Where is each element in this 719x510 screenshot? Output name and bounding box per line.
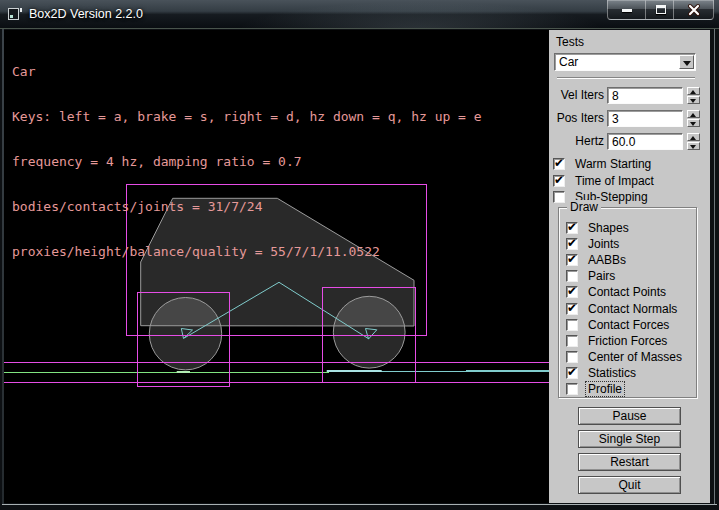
rear-wheel xyxy=(149,298,221,370)
checkbox-label: Pairs xyxy=(586,269,617,283)
checkbox-icon[interactable] xyxy=(566,254,578,266)
debug-hud: Car Keys: left = a, brake = s, right = d… xyxy=(12,34,482,289)
window-border-right xyxy=(714,29,715,505)
tests-dropdown-value: Car xyxy=(559,55,578,70)
checkbox-icon[interactable] xyxy=(566,238,578,250)
checkbox-contact-points[interactable]: Contact Points xyxy=(566,284,694,300)
vel-iters-label: Vel Iters xyxy=(549,88,604,102)
titlebar[interactable]: Box2D Version 2.2.0 xyxy=(0,0,719,29)
arrow-up-icon xyxy=(690,90,696,94)
minimize-icon xyxy=(622,9,632,12)
checkbox-label: Joints xyxy=(586,237,621,251)
checkbox-joints[interactable]: Joints xyxy=(566,236,694,252)
draw-group-title: Draw xyxy=(567,200,601,214)
pause-button[interactable]: Pause xyxy=(578,407,681,425)
vel-iters-value: 8 xyxy=(612,89,619,103)
checkbox-label: Center of Masses xyxy=(586,350,684,364)
vel-iters-field[interactable]: 8 xyxy=(607,87,683,104)
arrow-down-icon xyxy=(690,145,696,149)
hertz-field[interactable]: 60.0 xyxy=(607,133,683,150)
arrow-down-icon xyxy=(690,122,696,126)
spinner-up-button[interactable] xyxy=(687,110,700,118)
hertz-label: Hertz xyxy=(549,134,604,148)
checkbox-icon[interactable] xyxy=(566,367,578,379)
checkbox-icon[interactable] xyxy=(566,303,578,315)
draw-options: Shapes Joints AABBs Pairs Contact Points… xyxy=(566,220,694,397)
vel-iters-spinner xyxy=(687,87,700,104)
spinner-down-button[interactable] xyxy=(687,96,700,104)
checkbox-label: AABBs xyxy=(586,253,628,267)
minimize-button[interactable] xyxy=(607,0,645,20)
checkbox-contact-forces[interactable]: Contact Forces xyxy=(566,317,694,333)
checkbox-shapes[interactable]: Shapes xyxy=(566,220,694,236)
hud-test-name: Car xyxy=(12,64,482,79)
checkbox-contact-normals[interactable]: Contact Normals xyxy=(566,300,694,316)
checkbox-statistics[interactable]: Statistics xyxy=(566,365,694,381)
tests-dropdown-button[interactable] xyxy=(679,55,694,69)
checkbox-icon[interactable] xyxy=(566,286,578,298)
app-icon xyxy=(8,6,24,22)
checkbox-icon[interactable] xyxy=(566,335,578,347)
checkbox-icon[interactable] xyxy=(553,191,565,203)
app-window: Box2D Version 2.2.0 xyxy=(0,0,719,510)
checkbox-icon[interactable] xyxy=(566,270,578,282)
pos-iters-value: 3 xyxy=(612,112,619,126)
pos-iters-label: Pos Iters xyxy=(549,111,604,125)
checkbox-label: Contact Normals xyxy=(586,302,679,316)
checkbox-icon[interactable] xyxy=(553,158,565,170)
spinner-up-button[interactable] xyxy=(687,133,700,141)
checkbox-icon[interactable] xyxy=(566,383,578,395)
window-border-bottom xyxy=(2,504,717,505)
checkbox-time-of-impact[interactable]: Time of Impact xyxy=(553,174,656,188)
maximize-button[interactable] xyxy=(645,0,674,20)
separator xyxy=(557,77,695,79)
checkbox-friction-forces[interactable]: Friction Forces xyxy=(566,333,694,349)
checkbox-label: Warm Starting xyxy=(573,157,653,171)
control-panel: Tests Car Vel Iters 8 Pos Iters 3 Hertz … xyxy=(549,30,710,503)
hud-keys: Keys: left = a, brake = s, right = d, hz… xyxy=(12,109,482,124)
hertz-value: 60.0 xyxy=(612,135,635,149)
quit-button[interactable]: Quit xyxy=(578,476,681,494)
restart-button[interactable]: Restart xyxy=(578,453,681,471)
checkbox-profile[interactable]: Profile xyxy=(566,381,694,397)
checkbox-center-of-masses[interactable]: Center of Masses xyxy=(566,349,694,365)
maximize-icon xyxy=(656,5,666,14)
hud-proxy-stats: proxies/height/balance/quality = 55/7/1/… xyxy=(12,244,482,259)
arrow-down-icon xyxy=(690,99,696,103)
checkbox-label: Statistics xyxy=(586,366,638,380)
spinner-down-button[interactable] xyxy=(687,142,700,150)
checkbox-label: Contact Forces xyxy=(586,318,671,332)
caption-buttons xyxy=(607,0,714,20)
checkbox-icon[interactable] xyxy=(566,351,578,363)
checkbox-label: Friction Forces xyxy=(586,334,669,348)
single-step-button[interactable]: Single Step xyxy=(578,430,681,448)
front-wheel xyxy=(333,296,405,368)
checkbox-aabbs[interactable]: AABBs xyxy=(566,252,694,268)
spinner-up-button[interactable] xyxy=(687,87,700,95)
checkbox-label: Contact Points xyxy=(586,285,668,299)
hud-frequency: frequency = 4 hz, damping ratio = 0.7 xyxy=(12,154,482,169)
close-icon xyxy=(687,3,701,17)
tests-label: Tests xyxy=(556,35,584,49)
hud-body-stats: bodies/contacts/joints = 31/7/24 xyxy=(12,199,482,214)
app-icon-dot xyxy=(10,15,13,18)
window-title: Box2D Version 2.2.0 xyxy=(29,0,143,29)
pos-iters-spinner xyxy=(687,110,700,127)
tests-dropdown[interactable]: Car xyxy=(554,53,696,71)
simulation-canvas[interactable]: Car Keys: left = a, brake = s, right = d… xyxy=(4,30,549,503)
pos-iters-field[interactable]: 3 xyxy=(607,110,683,127)
checkbox-label: Profile xyxy=(586,382,624,396)
checkbox-label: Time of Impact xyxy=(573,174,656,188)
checkbox-icon[interactable] xyxy=(553,175,565,187)
checkbox-icon[interactable] xyxy=(566,222,578,234)
checkbox-icon[interactable] xyxy=(566,319,578,331)
spinner-down-button[interactable] xyxy=(687,119,700,127)
arrow-up-icon xyxy=(690,136,696,140)
checkbox-label: Shapes xyxy=(586,221,631,235)
chevron-down-icon xyxy=(683,61,691,66)
arrow-up-icon xyxy=(690,113,696,117)
app-icon-frame xyxy=(8,8,19,20)
checkbox-warm-starting[interactable]: Warm Starting xyxy=(553,157,653,171)
close-button[interactable] xyxy=(674,0,714,20)
checkbox-pairs[interactable]: Pairs xyxy=(566,268,694,284)
